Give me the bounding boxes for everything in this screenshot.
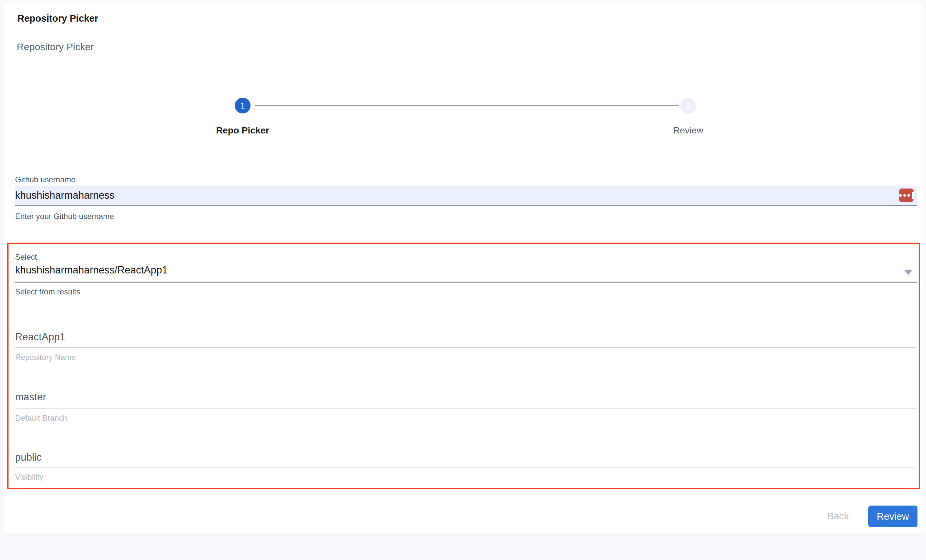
github-username-helper: Enter your Github username <box>15 212 114 221</box>
github-username-input[interactable] <box>15 186 884 205</box>
repo-select-value[interactable]: khushisharmaharness/ReactApp1 <box>15 264 168 276</box>
github-username-label: Github username <box>15 175 76 184</box>
visibility-value[interactable]: public <box>15 451 42 463</box>
repository-name-value[interactable]: ReactApp1 <box>15 331 65 343</box>
default-branch-underline <box>15 408 917 409</box>
repo-select-helper: Select from results <box>15 287 80 297</box>
lastpass-dot <box>907 194 910 197</box>
lastpass-bar <box>912 192 914 199</box>
visibility-helper: Visibility <box>15 472 43 482</box>
repository-name-underline <box>15 347 917 348</box>
lastpass-dot <box>899 194 902 197</box>
repo-select-underline <box>15 282 917 283</box>
page-subtitle: Repository Picker <box>17 41 94 53</box>
default-branch-helper: Default Branch <box>15 413 67 422</box>
github-username-field[interactable] <box>15 186 917 206</box>
step-2-label[interactable]: Review <box>629 125 747 136</box>
repository-name-helper: Repository Name <box>15 353 76 362</box>
step-connector-line <box>255 105 679 106</box>
repository-picker-card: Repository Picker Repository Picker 1 2 … <box>3 3 924 534</box>
review-button[interactable]: Review <box>868 506 917 527</box>
default-branch-value[interactable]: master <box>15 391 46 403</box>
visibility-underline <box>15 468 917 468</box>
highlighted-repo-section <box>7 243 920 489</box>
back-button[interactable]: Back <box>809 508 867 524</box>
lastpass-dot <box>903 194 906 197</box>
step-1-label[interactable]: Repo Picker <box>184 125 302 136</box>
step-2-circle[interactable]: 2 <box>680 98 696 114</box>
chevron-down-icon[interactable] <box>904 270 912 275</box>
step-1-circle[interactable]: 1 <box>235 98 251 114</box>
repo-select-label: Select <box>15 253 37 262</box>
page-title: Repository Picker <box>17 13 98 24</box>
lastpass-autofill-icon[interactable] <box>899 189 914 202</box>
